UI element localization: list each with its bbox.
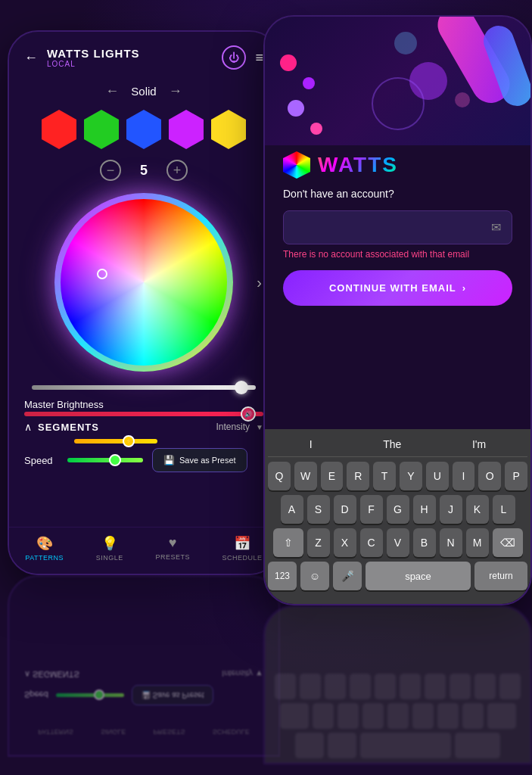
intensity-slider[interactable]: ⚡ [74, 439, 157, 444]
back-button[interactable]: ← [24, 50, 38, 66]
count-stepper: − 5 + [9, 155, 278, 185]
keyboard-suggestions: I The I'm [268, 435, 527, 457]
key-backspace[interactable]: ⌫ [493, 528, 523, 557]
patterns-label: PATTERNS [25, 554, 64, 562]
wheel-expand-arrow[interactable]: › [257, 274, 262, 291]
color-mode-next[interactable]: → [169, 83, 182, 99]
phone-right-reflection [263, 605, 532, 764]
presets-icon: ♥ [169, 535, 177, 551]
speed-row: Speed 💾 Save as Preset [9, 445, 278, 475]
key-y[interactable]: Y [400, 462, 422, 490]
key-h[interactable]: H [413, 495, 436, 524]
save-preset-button[interactable]: 💾 Save as Preset [152, 448, 247, 472]
key-c[interactable]: C [360, 528, 383, 557]
watts-logo-text: WATTS [318, 153, 398, 177]
presets-label: PRESETS [155, 553, 190, 561]
key-o[interactable]: O [478, 462, 501, 490]
keyboard-row-3: ⇧ Z X C V B N M ⌫ [268, 528, 527, 557]
key-space[interactable]: space [366, 562, 471, 590]
continue-with-email-button[interactable]: CONTINUE WITH EMAIL › [283, 270, 512, 306]
swatch-blue[interactable] [126, 110, 161, 149]
intensity-dropdown-arrow[interactable]: ▼ [256, 423, 263, 431]
key-v[interactable]: V [387, 528, 409, 557]
email-input-wrap[interactable]: ✉ [283, 210, 512, 244]
connection-status: LOCAL [47, 60, 213, 68]
stepper-minus[interactable]: − [100, 160, 121, 181]
nav-single[interactable]: 💡 SINGLE [96, 535, 123, 562]
key-b[interactable]: B [413, 528, 436, 557]
key-z[interactable]: Z [307, 528, 330, 557]
key-mic[interactable]: 🎤 [333, 562, 362, 590]
key-d[interactable]: D [334, 495, 356, 524]
nav-patterns[interactable]: 🎨 PATTERNS [25, 535, 64, 562]
intensity-wrap: Intensity ▼ [216, 422, 263, 432]
email-input[interactable] [294, 222, 484, 234]
key-e[interactable]: E [321, 462, 344, 490]
phone-left-reflection: PATTERNS SINGLE PRESETS SCHEDULE Speed 💾… [8, 575, 280, 757]
master-brightness-slider[interactable]: 🔊 [24, 412, 263, 416]
intensity-label: Intensity [216, 422, 250, 432]
key-shift[interactable]: ⇧ [273, 528, 303, 557]
single-label: SINGLE [96, 554, 123, 562]
key-s[interactable]: S [307, 495, 330, 524]
key-k[interactable]: K [466, 495, 489, 524]
swatch-red[interactable] [42, 110, 76, 149]
suggestion-i[interactable]: I [310, 438, 313, 450]
master-brightness-label: Master Brightness [24, 399, 104, 410]
key-l[interactable]: L [493, 495, 515, 524]
bottom-nav: 🎨 PATTERNS 💡 SINGLE ♥ PRESETS 📅 SCHEDULE [9, 527, 278, 574]
save-preset-icon: 💾 [163, 455, 175, 465]
color-wheel[interactable] [61, 199, 227, 366]
right-phone-decorative-top [265, 17, 530, 145]
color-mode-prev[interactable]: ← [105, 83, 119, 99]
speed-thumb[interactable] [109, 454, 121, 466]
key-r[interactable]: R [347, 462, 369, 490]
wheel-cursor [97, 269, 107, 279]
watts-logo: WATTS [283, 151, 512, 179]
brightness-thumb[interactable] [235, 381, 248, 394]
key-numeric[interactable]: 123 [268, 562, 297, 590]
app-title: WATTS LIGHTS [47, 47, 213, 60]
intensity-thumb[interactable]: ⚡ [123, 435, 135, 447]
swatch-yellow[interactable] [211, 110, 246, 149]
swatch-green[interactable] [84, 110, 119, 149]
continue-button-label: CONTINUE WITH EMAIL [329, 282, 456, 294]
segments-chevron-icon: ∧ [24, 421, 32, 433]
key-a[interactable]: A [281, 495, 303, 524]
keyboard-row-2: A S D F G H J K L [268, 495, 527, 524]
key-q[interactable]: Q [268, 462, 291, 490]
key-n[interactable]: N [440, 528, 462, 557]
swatch-purple[interactable] [169, 110, 204, 149]
nav-presets[interactable]: ♥ PRESETS [155, 535, 190, 562]
keyboard-row-4: 123 ☺ 🎤 space return [268, 562, 527, 590]
stepper-value: 5 [136, 163, 151, 179]
save-preset-label: Save as Preset [179, 456, 236, 465]
key-emoji[interactable]: ☺ [300, 562, 329, 590]
key-u[interactable]: U [426, 462, 449, 490]
suggestion-im[interactable]: I'm [472, 438, 486, 450]
key-j[interactable]: J [440, 495, 462, 524]
suggestion-the[interactable]: The [383, 438, 401, 450]
key-m[interactable]: M [466, 528, 489, 557]
key-return[interactable]: return [474, 562, 527, 590]
menu-button[interactable]: ≡ [255, 50, 263, 66]
key-i[interactable]: I [453, 462, 475, 490]
power-button[interactable]: ⏻ [222, 45, 246, 70]
keyboard-row-1: Q W E R T Y U I O P [268, 462, 527, 490]
schedule-icon: 📅 [234, 535, 250, 552]
key-f[interactable]: F [360, 495, 383, 524]
speed-label: Speed [24, 455, 58, 466]
keyboard: I The I'm Q W E R T Y U I O P A S D [265, 429, 530, 604]
key-x[interactable]: X [334, 528, 356, 557]
brightness-slider-track[interactable] [32, 385, 256, 390]
key-p[interactable]: P [505, 462, 527, 490]
master-brightness-thumb[interactable]: 🔊 [241, 406, 256, 422]
stepper-plus[interactable]: + [166, 160, 188, 181]
key-g[interactable]: G [387, 495, 409, 524]
speed-slider[interactable] [67, 458, 143, 462]
nav-schedule[interactable]: 📅 SCHEDULE [222, 535, 263, 562]
watts-logo-hex-icon [283, 151, 310, 179]
key-w[interactable]: W [294, 462, 317, 490]
key-t[interactable]: T [373, 462, 396, 490]
segments-label: SEGMENTS [38, 422, 99, 433]
